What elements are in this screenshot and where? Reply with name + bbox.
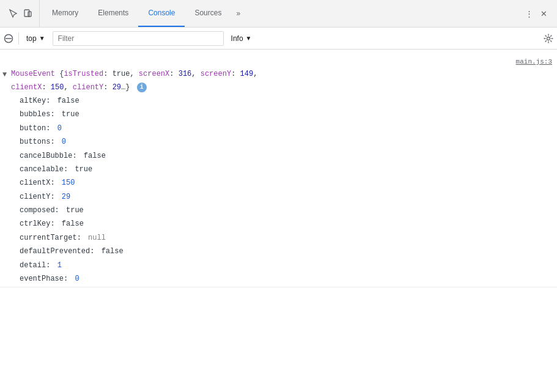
- property-list: altKey : false bubbles : true button : 0…: [0, 94, 557, 286]
- log-summary: MouseEvent {isTrusted: true, screenX: 31…: [11, 68, 555, 80]
- log-summary2: clientX: 150, clientY: 29…} i: [11, 82, 555, 94]
- property-button: button : 0: [17, 122, 557, 135]
- source-link[interactable]: main.js:3: [516, 56, 557, 68]
- property-clientY: clientY : 29: [17, 190, 557, 204]
- console-output: main.js:3 ▼ MouseEvent {isTrusted: true,…: [0, 50, 557, 392]
- property-bubbles: bubbles : true: [17, 108, 557, 121]
- log-level-selector[interactable]: Info ▼: [227, 32, 256, 45]
- tab-console[interactable]: Console: [138, 0, 185, 27]
- property-altKey: altKey : false: [17, 94, 557, 108]
- toolbar-icons: [2, 0, 40, 27]
- close-devtools-button[interactable]: ✕: [537, 7, 550, 20]
- toolbar-right: ⋮ ✕: [523, 7, 555, 20]
- property-clientX: clientX : 150: [17, 176, 557, 190]
- console-toolbar: top ▼ Info ▼: [0, 28, 557, 50]
- cursor-icon[interactable]: [7, 7, 20, 20]
- device-icon[interactable]: [22, 7, 34, 20]
- clear-console-button[interactable]: [2, 32, 15, 45]
- console-settings-button[interactable]: [542, 32, 555, 45]
- property-eventPhase: eventPhase : 0: [17, 272, 557, 286]
- property-detail: detail : 1: [17, 259, 557, 272]
- svg-rect-0: [24, 10, 29, 17]
- property-currentTarget: currentTarget : null: [17, 231, 557, 245]
- property-cancelable: cancelable : true: [17, 163, 557, 176]
- property-cancelBubble: cancelBubble : false: [17, 149, 557, 163]
- loglevel-chevron-icon: ▼: [246, 35, 252, 42]
- property-ctrlKey: ctrlKey : false: [17, 217, 557, 231]
- toolbar-divider: [18, 32, 19, 45]
- property-composed: composed : true: [17, 204, 557, 217]
- log-entry: main.js:3 ▼ MouseEvent {isTrusted: true,…: [0, 54, 557, 287]
- tab-sources[interactable]: Sources: [185, 0, 231, 27]
- more-tabs-button[interactable]: »: [231, 0, 245, 27]
- log-summary-line2: clientX: 150, clientY: 29…} i: [0, 81, 557, 94]
- devtools-menu-button[interactable]: ⋮: [523, 7, 535, 20]
- tab-elements[interactable]: Elements: [88, 0, 138, 27]
- info-badge[interactable]: i: [137, 83, 147, 92]
- devtools-toolbar: Memory Elements Console Sources » ⋮ ✕: [0, 0, 557, 28]
- filter-input[interactable]: [53, 31, 224, 46]
- svg-point-4: [547, 37, 550, 40]
- property-buttons: buttons : 0: [17, 135, 557, 149]
- property-defaultPrevented: defaultPrevented : false: [17, 245, 557, 258]
- tab-list: Memory Elements Console Sources »: [40, 0, 245, 27]
- log-summary-line: ▼ MouseEvent {isTrusted: true, screenX: …: [0, 68, 557, 81]
- context-chevron-icon: ▼: [39, 35, 45, 42]
- context-selector[interactable]: top ▼: [23, 32, 49, 45]
- expand-arrow-icon[interactable]: ▼: [2, 69, 11, 81]
- event-type-label: MouseEvent: [11, 70, 55, 78]
- tab-memory[interactable]: Memory: [42, 0, 88, 27]
